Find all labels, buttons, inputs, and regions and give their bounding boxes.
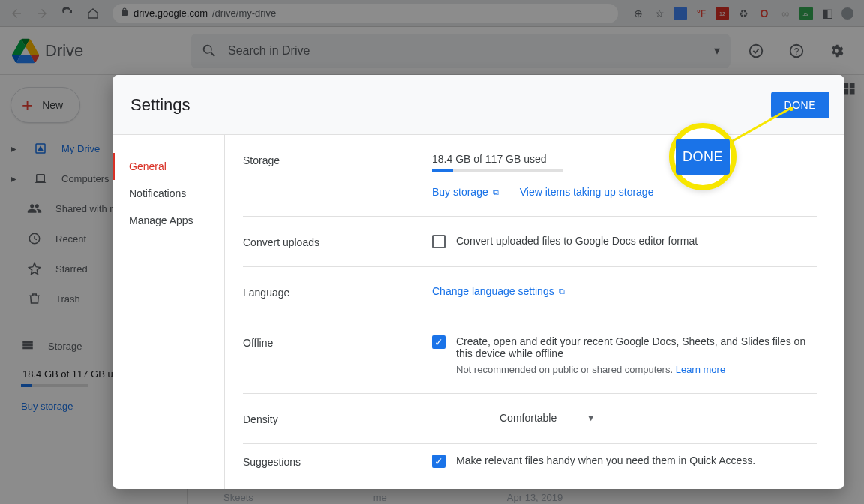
sidebar-item-label: Recent xyxy=(56,233,86,244)
callout-highlight: DONE xyxy=(669,123,736,190)
drive-icon xyxy=(12,38,39,64)
settings-row-suggestions: Suggestions ✓ Make relevant files handy … xyxy=(243,444,818,478)
suggestions-text: Make relevant files handy when you need … xyxy=(456,454,755,466)
settings-row-language: Language Change language settings ⧉ xyxy=(243,267,818,317)
buy-storage-link[interactable]: Buy storage ⧉ xyxy=(432,186,499,198)
back-button[interactable] xyxy=(6,3,27,24)
sidebar-item-label: My Drive xyxy=(62,143,100,154)
row-label: Offline xyxy=(243,335,432,375)
settings-tab-notifications[interactable]: Notifications xyxy=(112,180,224,207)
convert-checkbox[interactable] xyxy=(432,235,446,248)
offline-text: Create, open and edit your recent Google… xyxy=(456,335,818,359)
row-label: Convert uploads xyxy=(243,235,432,248)
search-input[interactable]: Search in Drive ▾ xyxy=(190,34,730,68)
row-label: Storage xyxy=(243,153,432,198)
ext-icon-o[interactable]: O xyxy=(758,7,771,20)
ready-offline-icon[interactable] xyxy=(741,36,771,66)
sidebar-item-label: Trash xyxy=(56,293,80,304)
browser-toolbar: drive.google.com/drive/my-drive ⊕ ☆ °F 1… xyxy=(0,0,864,27)
row-label: Density xyxy=(243,412,432,425)
url-host: drive.google.com xyxy=(134,8,208,19)
settings-tab-general[interactable]: General xyxy=(112,153,224,180)
ext-icon-recycle[interactable]: ♻ xyxy=(736,7,750,20)
url-path: /drive/my-drive xyxy=(212,8,276,19)
reload-button[interactable] xyxy=(57,3,78,24)
row-label: Language xyxy=(243,285,432,298)
density-select[interactable]: Comfortable ▼ xyxy=(500,412,595,424)
extension-icons: ⊕ ☆ °F 12 ♻ O ∞ JS ◧ xyxy=(627,7,858,20)
settings-row-offline: Offline ✓ Create, open and edit your rec… xyxy=(243,317,818,394)
ext-icon-1[interactable] xyxy=(674,7,687,20)
drive-folder-icon xyxy=(33,142,48,155)
convert-text: Convert uploaded files to Google Docs ed… xyxy=(456,235,698,247)
row-label: Suggestions xyxy=(243,454,432,468)
svg-point-0 xyxy=(750,44,763,57)
chevron-right-icon: ▶ xyxy=(10,145,20,153)
dialog-header: Settings DONE xyxy=(112,75,844,135)
search-placeholder: Search in Drive xyxy=(228,44,310,58)
trash-icon xyxy=(27,292,42,305)
view-storage-link[interactable]: View items taking up storage xyxy=(520,186,654,198)
help-icon[interactable]: ? xyxy=(782,36,812,66)
ext-icon-js[interactable]: JS xyxy=(800,7,813,20)
storage-usage-text: 18.4 GB of 117 GB used xyxy=(432,153,818,165)
chevron-down-icon: ▼ xyxy=(586,413,595,422)
clock-icon xyxy=(27,232,42,245)
settings-row-convert: Convert uploads Convert uploaded files t… xyxy=(243,217,818,267)
lock-icon xyxy=(120,8,129,19)
new-button-label: New xyxy=(42,99,63,111)
search-icon xyxy=(201,43,218,59)
ext-icon-toggle[interactable]: ◧ xyxy=(820,7,834,20)
callout-label: DONE xyxy=(676,139,730,175)
chevron-right-icon: ▶ xyxy=(10,175,20,183)
external-link-icon: ⧉ xyxy=(559,286,565,296)
dialog-content: Storage 18.4 GB of 117 GB used Buy stora… xyxy=(225,135,844,489)
suggestions-checkbox[interactable]: ✓ xyxy=(432,454,446,468)
sidebar-storage-bar xyxy=(21,384,88,387)
sidebar-item-label: Starred xyxy=(56,263,88,274)
settings-icon[interactable] xyxy=(822,36,852,66)
settings-row-density: Density Comfortable ▼ xyxy=(243,394,818,444)
laptop-icon xyxy=(33,172,48,185)
offline-hint: Not recommended on public or shared comp… xyxy=(456,364,673,375)
ext-icon-f[interactable]: °F xyxy=(694,7,708,20)
address-bar[interactable]: drive.google.com/drive/my-drive xyxy=(112,4,618,23)
learn-more-link[interactable]: Learn more xyxy=(676,364,725,375)
ext-icon-cal[interactable]: 12 xyxy=(716,7,729,20)
people-icon xyxy=(27,201,42,216)
change-language-link[interactable]: Change language settings ⧉ xyxy=(432,285,565,297)
star-icon[interactable]: ☆ xyxy=(652,7,666,20)
home-button[interactable] xyxy=(82,3,104,24)
offline-checkbox[interactable]: ✓ xyxy=(432,335,446,349)
done-button[interactable]: DONE xyxy=(771,92,830,118)
background-row: Skeets me Apr 13, 2019 xyxy=(224,492,562,503)
external-link-icon: ⧉ xyxy=(493,188,499,197)
storage-icon xyxy=(21,338,34,354)
add-to-icon[interactable]: ⊕ xyxy=(632,7,645,20)
plus-icon: + xyxy=(22,94,33,117)
settings-dialog: Settings DONE General Notifications Mana… xyxy=(112,75,844,489)
dialog-title: Settings xyxy=(130,95,190,115)
avatar-icon[interactable] xyxy=(842,8,854,20)
sidebar-storage-label: Storage xyxy=(48,340,82,352)
app-logo[interactable]: Drive xyxy=(12,38,184,64)
search-options-icon[interactable]: ▾ xyxy=(714,44,720,58)
forward-button[interactable] xyxy=(32,3,52,24)
app-name: Drive xyxy=(45,41,83,61)
storage-progress-bar xyxy=(432,170,563,172)
star-icon xyxy=(27,262,42,275)
app-header: Drive Search in Drive ▾ ? xyxy=(0,27,864,75)
sidebar-item-label: Computers xyxy=(62,173,110,184)
svg-text:?: ? xyxy=(794,46,800,56)
density-value: Comfortable xyxy=(500,412,556,424)
settings-tab-manage-apps[interactable]: Manage Apps xyxy=(112,207,224,234)
ext-icon-glasses[interactable]: ∞ xyxy=(778,7,792,20)
dialog-nav: General Notifications Manage Apps xyxy=(112,135,225,489)
new-button[interactable]: + New xyxy=(10,87,80,123)
